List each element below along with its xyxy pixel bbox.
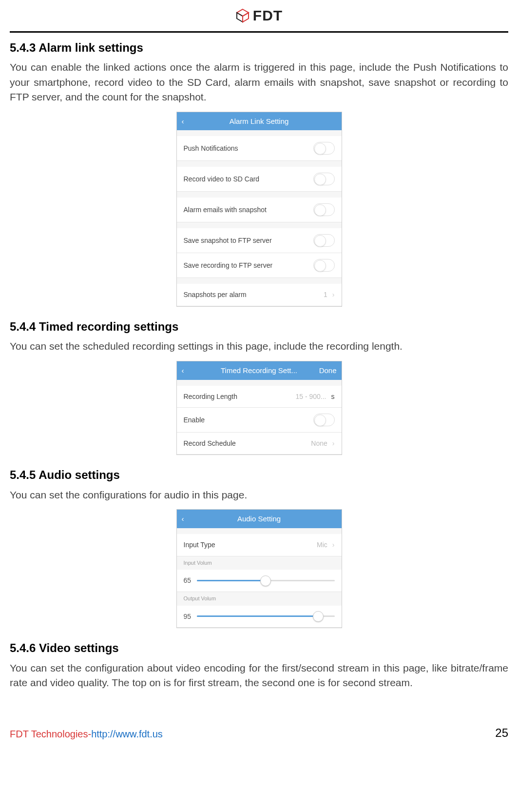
row-value: 1 (324, 290, 327, 299)
back-icon[interactable]: ‹ (182, 514, 184, 524)
spacer (177, 130, 342, 136)
row-input-type[interactable]: Input Type Mic › (177, 534, 342, 556)
toggle-icon[interactable] (313, 142, 335, 155)
row-record-sd[interactable]: Record video to SD Card (177, 167, 342, 192)
row-enable[interactable]: Enable (177, 408, 342, 433)
spacer (177, 528, 342, 534)
screen-header: ‹ Timed Recording Sett... Done (177, 361, 342, 380)
toggle-icon[interactable] (313, 414, 335, 426)
row-save-rec-ftp[interactable]: Save recording to FTP server (177, 253, 342, 278)
screenshot-alarm-link: ‹ Alarm Link Setting Push Notifications … (176, 112, 342, 307)
row-save-snap-ftp[interactable]: Save snapshot to FTP server (177, 228, 342, 253)
footer-left: FDT Technologies-http://www.fdt.us (10, 727, 163, 741)
toggle-icon[interactable] (313, 173, 335, 185)
screen-title: Alarm Link Setting (230, 116, 289, 127)
chevron-right-icon: › (332, 438, 335, 448)
heading-video-settings: 5.4.6 Video settings (10, 640, 508, 657)
page-number: 25 (495, 725, 508, 742)
row-label: Record Schedule (184, 438, 236, 448)
row-snapshots-per-alarm[interactable]: Snapshots per alarm 1 › (177, 284, 342, 306)
logo-icon (235, 8, 250, 23)
spacer (177, 192, 342, 198)
spacer (177, 380, 342, 386)
row-value: Mic (317, 540, 327, 550)
spacer (177, 278, 342, 284)
label-input-volum: Input Volum (177, 556, 342, 570)
svg-marker-0 (237, 9, 249, 16)
company-name: FDT Technologies- (10, 729, 91, 739)
row-label: Alarm emails with snapshot (184, 205, 267, 215)
spacer (177, 161, 342, 167)
toggle-icon[interactable] (313, 234, 335, 247)
row-record-schedule[interactable]: Record Schedule None › (177, 433, 342, 455)
slider-thumb-icon[interactable] (260, 575, 271, 586)
brand-logo: FDT (235, 5, 283, 26)
chevron-right-icon: › (332, 540, 335, 550)
company-url: http://www.fdt.us (91, 729, 163, 739)
svg-marker-2 (243, 13, 249, 22)
row-label: Push Notifications (184, 143, 238, 153)
row-label: Record video to SD Card (184, 174, 260, 184)
heading-audio-settings: 5.4.5 Audio settings (10, 467, 508, 484)
screenshot-timed-recording: ‹ Timed Recording Sett... Done Recording… (176, 361, 342, 455)
slider-input-volum[interactable]: 65 (177, 570, 342, 592)
screen-title: Audio Setting (237, 514, 281, 524)
row-label: Save recording to FTP server (184, 260, 273, 270)
chevron-right-icon: › (332, 290, 335, 299)
screenshot-audio-setting: ‹ Audio Setting Input Type Mic › Input V… (176, 509, 342, 628)
heading-timed-recording: 5.4.4 Timed recording settings (10, 318, 508, 336)
placeholder-text: 15 - 900... (295, 392, 326, 401)
row-label: Save snapshot to FTP server (184, 236, 272, 245)
slider-value: 95 (184, 612, 192, 621)
screen-header: ‹ Alarm Link Setting (177, 112, 342, 131)
body-video-settings: You can set the configuration about vide… (10, 661, 508, 691)
spacer (177, 222, 342, 228)
slider-value: 65 (184, 575, 192, 585)
row-label: Enable (184, 415, 205, 425)
label-output-volum: Output Volum (177, 592, 342, 606)
row-label: Recording Length (184, 392, 238, 401)
row-push-notifications[interactable]: Push Notifications (177, 136, 342, 161)
toggle-icon[interactable] (313, 259, 335, 272)
row-value: None (311, 438, 327, 448)
unit-text: s (331, 392, 335, 401)
row-label: Input Type (184, 540, 215, 550)
body-alarm-link: You can enable the linked actions once t… (10, 60, 508, 104)
page-footer: FDT Technologies-http://www.fdt.us 25 (10, 725, 508, 756)
back-icon[interactable]: ‹ (182, 116, 184, 127)
heading-alarm-link: 5.4.3 Alarm link settings (10, 40, 508, 57)
toggle-icon[interactable] (313, 203, 335, 216)
screen-title: Timed Recording Sett... (221, 365, 297, 376)
svg-marker-1 (237, 13, 243, 22)
slider-track[interactable] (197, 580, 334, 581)
row-alarm-email[interactable]: Alarm emails with snapshot (177, 198, 342, 222)
done-button[interactable]: Done (319, 365, 337, 376)
row-label: Snapshots per alarm (184, 290, 247, 299)
body-timed-recording: You can set the scheduled recording sett… (10, 339, 508, 354)
back-icon[interactable]: ‹ (182, 365, 184, 376)
slider-track[interactable] (197, 615, 334, 617)
screen-header: ‹ Audio Setting (177, 510, 342, 528)
row-recording-length[interactable]: Recording Length 15 - 900... s (177, 386, 342, 408)
brand-text: FDT (253, 5, 283, 26)
page-header: FDT (10, 0, 508, 33)
body-audio-settings: You can set the configurations for audio… (10, 488, 508, 502)
slider-output-volum[interactable]: 95 (177, 606, 342, 628)
slider-thumb-icon[interactable] (313, 611, 324, 622)
